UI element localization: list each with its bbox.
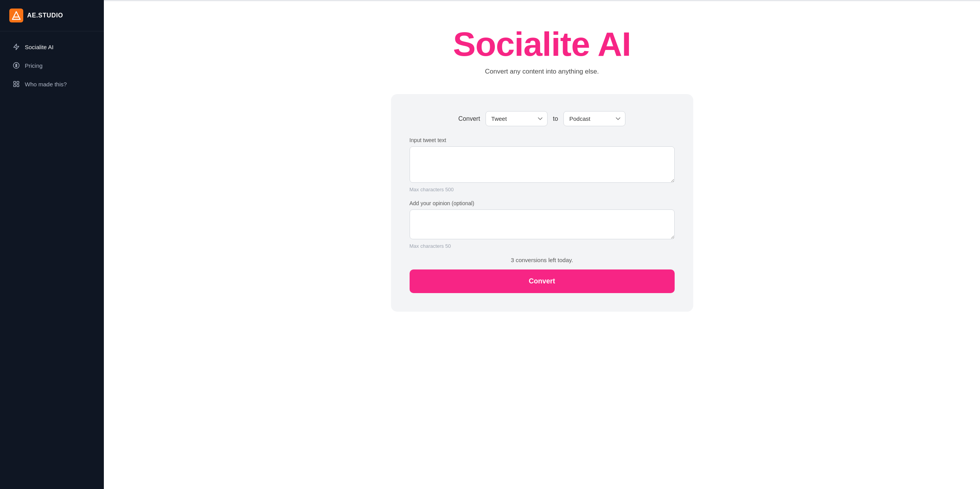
sidebar-item-pricing[interactable]: Pricing xyxy=(3,57,101,74)
tweet-field-group: Input tweet text Max characters 500 xyxy=(410,137,675,192)
sidebar-item-who-made-this[interactable]: Who made this? xyxy=(3,75,101,93)
sidebar-item-label-who-made-this: Who made this? xyxy=(25,81,67,88)
opinion-field-label: Add your opinion (optional) xyxy=(410,200,675,206)
page-content: Socialite AI Convert any content into an… xyxy=(104,1,980,489)
dollar-circle-icon xyxy=(12,62,20,69)
opinion-field-hint: Max characters 50 xyxy=(410,243,675,249)
sidebar-item-label-pricing: Pricing xyxy=(25,62,43,69)
conversions-left: 3 conversions left today. xyxy=(410,257,675,263)
grid-icon xyxy=(12,80,20,88)
converter-card: Convert Tweet Article Blog Post LinkedIn… xyxy=(391,94,693,312)
svg-rect-0 xyxy=(9,9,23,22)
to-label: to xyxy=(553,115,558,122)
sidebar-item-label-socialite-ai: Socialite AI xyxy=(25,44,53,50)
tweet-field-hint: Max characters 500 xyxy=(410,187,675,192)
sidebar-nav: Socialite AI Pricing xyxy=(0,31,104,100)
convert-label: Convert xyxy=(458,115,480,122)
svg-rect-7 xyxy=(17,81,19,83)
opinion-field-group: Add your opinion (optional) Max characte… xyxy=(410,200,675,249)
app-title: Socialite AI xyxy=(453,24,631,64)
bolt-icon xyxy=(12,43,20,51)
svg-rect-9 xyxy=(17,85,19,87)
target-select[interactable]: Podcast Tweet Article Blog Post Email xyxy=(563,111,625,126)
convert-button[interactable]: Convert xyxy=(410,269,675,293)
convert-row: Convert Tweet Article Blog Post LinkedIn… xyxy=(410,111,675,126)
logo-text: AE.STUDIO xyxy=(27,12,63,19)
source-select[interactable]: Tweet Article Blog Post LinkedIn Post Em… xyxy=(486,111,548,126)
ae-studio-logo-icon xyxy=(9,9,23,22)
app-subtitle: Convert any content into anything else. xyxy=(485,68,599,75)
main-content: Socialite AI Convert any content into an… xyxy=(104,0,980,489)
sidebar: AE.STUDIO Socialite AI Pricing xyxy=(0,0,104,489)
tweet-textarea[interactable] xyxy=(410,146,675,183)
sidebar-item-socialite-ai[interactable]: Socialite AI xyxy=(3,38,101,55)
sidebar-logo: AE.STUDIO xyxy=(0,0,104,31)
tweet-field-label: Input tweet text xyxy=(410,137,675,143)
svg-rect-6 xyxy=(14,81,16,83)
svg-rect-8 xyxy=(14,85,16,87)
opinion-textarea[interactable] xyxy=(410,209,675,239)
svg-marker-3 xyxy=(14,44,19,50)
